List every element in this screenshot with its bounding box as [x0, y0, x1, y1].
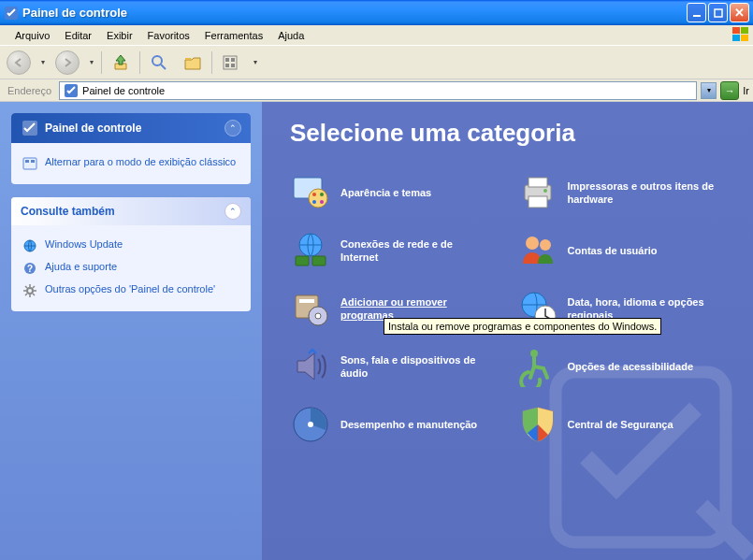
gear-icon — [22, 283, 37, 298]
titlebar: Painel de controle ✕ — [0, 0, 753, 25]
addressbar: Endereço Painel de controle ▾ → Ir — [0, 79, 753, 102]
toolbar: ▾ ▾ ▾ — [0, 46, 753, 79]
toolbar-separator — [211, 51, 212, 74]
category-label: Desempenho e manutenção — [340, 418, 477, 431]
printer-icon — [517, 172, 558, 213]
address-dropdown[interactable]: ▾ — [701, 82, 717, 99]
category-grid: Aparência e temas Impressoras e outros i… — [290, 172, 725, 445]
svg-rect-6 — [741, 35, 748, 41]
switch-classic-view-link[interactable]: Alternar para o modo de exibição clássic… — [22, 152, 239, 175]
svg-point-7 — [152, 56, 162, 65]
content-area: Painel de controle ⌃ Alternar para o mod… — [0, 102, 753, 560]
control-panel-icon — [21, 119, 39, 137]
panel-title-text: Painel de controle — [45, 122, 141, 135]
forward-button[interactable] — [52, 48, 82, 78]
control-panel-icon — [4, 6, 19, 21]
collapse-icon[interactable]: ⌃ — [224, 203, 241, 220]
menu-arquivo[interactable]: Arquivo — [7, 28, 57, 43]
category-label: Impressoras e outros itens de hardware — [568, 179, 717, 207]
help-support-text: Ajuda e suporte — [45, 261, 117, 272]
other-options-link[interactable]: Outras opções do 'Painel de controle' — [22, 280, 239, 302]
category-sounds[interactable]: Sons, fala e dispositivos de áudio — [290, 346, 499, 387]
help-icon: ? — [22, 261, 37, 276]
collapse-icon[interactable]: ⌃ — [224, 120, 241, 136]
address-text: Painel de controle — [82, 85, 165, 96]
category-printers[interactable]: Impressoras e outros itens de hardware — [517, 172, 726, 213]
address-label: Endereço — [4, 85, 55, 96]
category-appearance[interactable]: Aparência e temas — [290, 172, 499, 213]
main-panel: Selecione uma categoria Aparência e tema… — [262, 102, 753, 560]
forward-dropdown[interactable]: ▾ — [86, 58, 97, 66]
category-accessibility[interactable]: Opções de acessibilidade — [517, 346, 726, 387]
address-input[interactable]: Painel de controle — [59, 81, 697, 100]
category-performance[interactable]: Desempenho e manutenção — [290, 404, 499, 445]
menubar: Arquivo Editar Exibir Favoritos Ferramen… — [0, 25, 753, 46]
switch-view-icon — [22, 156, 37, 171]
views-dropdown[interactable]: ▾ — [250, 58, 261, 66]
help-support-link[interactable]: ? Ajuda e suporte — [22, 257, 239, 280]
programs-icon — [290, 288, 331, 329]
category-user-accounts[interactable]: Contas de usuário — [517, 230, 726, 271]
menu-ferramentas[interactable]: Ferramentas — [197, 28, 270, 43]
svg-point-37 — [540, 239, 551, 251]
search-button[interactable] — [144, 48, 174, 78]
panel-title-text: Consulte também — [21, 205, 115, 218]
control-panel-icon — [64, 83, 79, 98]
network-icon — [290, 230, 331, 271]
windows-update-text: Windows Update — [45, 238, 123, 250]
svg-rect-9 — [225, 58, 229, 62]
svg-point-26 — [320, 193, 324, 196]
menu-exibir[interactable]: Exibir — [99, 28, 140, 43]
shield-icon — [517, 404, 558, 445]
svg-rect-3 — [732, 27, 740, 34]
globe-icon — [22, 238, 37, 253]
up-button[interactable] — [106, 48, 136, 78]
category-add-remove-programs[interactable]: Adicionar ou remover programas Instala o… — [290, 288, 499, 329]
svg-rect-12 — [231, 64, 235, 67]
other-options-text: Outras opções do 'Painel de controle' — [45, 283, 215, 294]
svg-text:?: ? — [27, 264, 33, 274]
svg-rect-4 — [741, 27, 748, 34]
maximize-button[interactable] — [708, 3, 728, 22]
category-security-center[interactable]: Central de Segurança — [517, 404, 726, 445]
windows-update-link[interactable]: Windows Update — [22, 235, 239, 257]
svg-rect-31 — [529, 196, 547, 208]
back-dropdown[interactable]: ▾ — [37, 58, 49, 66]
svg-rect-34 — [296, 256, 309, 266]
menu-favoritos[interactable]: Favoritos — [140, 28, 197, 43]
category-label: Sons, fala e dispositivos de áudio — [340, 353, 490, 381]
minimize-button[interactable] — [687, 3, 706, 22]
sound-icon — [290, 346, 331, 387]
tooltip: Instala ou remove programas e componente… — [384, 318, 661, 335]
panel-see-also: Consulte também ⌃ Windows Update ? Ajuda… — [11, 197, 251, 311]
panel-header[interactable]: Painel de controle ⌃ — [11, 113, 251, 143]
go-label: Ir — [743, 85, 749, 96]
toolbar-separator — [101, 51, 102, 74]
accessibility-icon — [517, 346, 558, 387]
folders-button[interactable] — [178, 48, 208, 78]
svg-point-27 — [312, 200, 316, 204]
back-button[interactable] — [4, 48, 34, 78]
sidebar: Painel de controle ⌃ Alternar para o mod… — [0, 102, 262, 560]
svg-rect-2 — [715, 9, 722, 17]
svg-rect-16 — [25, 160, 29, 163]
menu-ajuda[interactable]: Ajuda — [270, 28, 311, 43]
svg-point-42 — [315, 313, 321, 319]
go-button[interactable]: → — [720, 81, 739, 100]
close-button[interactable]: ✕ — [730, 3, 749, 22]
panel-control-panel: Painel de controle ⌃ Alternar para o mod… — [11, 113, 251, 184]
menu-editar[interactable]: Editar — [57, 28, 99, 43]
category-label: Contas de usuário — [568, 244, 658, 257]
panel-header[interactable]: Consulte também ⌃ — [11, 197, 251, 225]
toolbar-separator — [139, 51, 140, 74]
svg-point-47 — [308, 422, 313, 427]
svg-point-25 — [312, 193, 316, 196]
svg-point-36 — [526, 237, 539, 250]
panel-body: Windows Update ? Ajuda e suporte Outras … — [11, 225, 251, 311]
svg-rect-30 — [529, 178, 547, 187]
views-button[interactable] — [216, 48, 246, 78]
performance-icon — [290, 404, 331, 445]
category-network[interactable]: Conexões de rede e de Internet — [290, 230, 499, 271]
category-label: Aparência e temas — [340, 186, 431, 199]
svg-rect-10 — [231, 58, 235, 62]
